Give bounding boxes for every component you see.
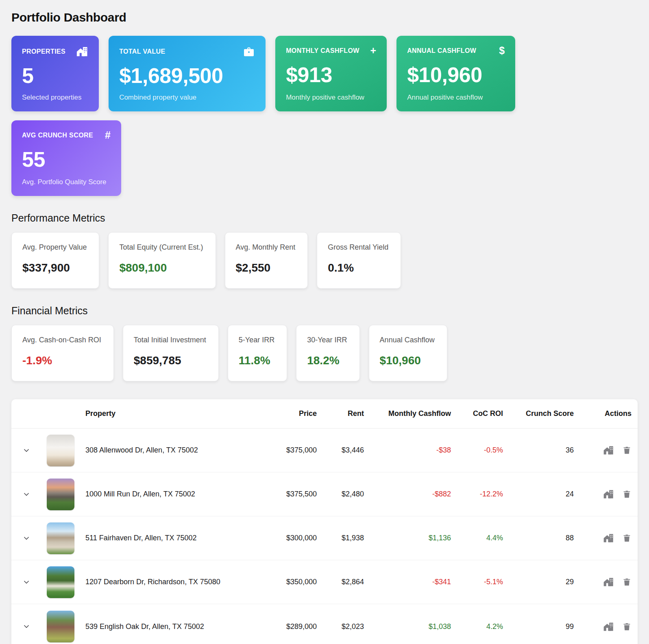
metric-card-total-initial-investment: Total Initial Investment $859,785 — [123, 325, 219, 381]
table-row: 308 Allenwood Dr, Allen, TX 75002 $375,0… — [11, 429, 638, 472]
property-rent: $3,446 — [323, 446, 370, 455]
expand-row-button[interactable] — [21, 533, 32, 544]
delete-property-button[interactable] — [622, 445, 632, 455]
metric-label: Gross Rental Yield — [328, 243, 388, 252]
total-value-card-value: $1,689,500 — [119, 65, 255, 86]
metric-value: $337,900 — [22, 261, 87, 274]
trash-icon — [622, 445, 632, 455]
hash-icon: # — [105, 130, 111, 140]
property-coc-roi: -12.2% — [457, 490, 509, 498]
total-value-card-subtitle: Combined property value — [119, 94, 255, 102]
financial-metrics-heading: Financial Metrics — [11, 305, 638, 317]
property-photo — [47, 435, 74, 466]
view-property-button[interactable] — [603, 445, 614, 456]
metric-label: Annual Cashflow — [380, 336, 435, 344]
expand-row-button[interactable] — [21, 577, 32, 587]
metric-value: $859,785 — [134, 354, 206, 367]
summary-cards-row: PROPERTIES 5 Selected properties TOTAL V… — [11, 36, 638, 111]
properties-table: Property Price Rent Monthly Cashflow CoC… — [11, 399, 638, 644]
performance-metrics-heading: Performance Metrics — [11, 212, 638, 224]
metric-card-5-year-irr: 5-Year IRR 11.8% — [228, 325, 287, 381]
metric-value: $809,100 — [119, 261, 203, 274]
trash-icon — [622, 577, 632, 587]
metric-label: Avg. Cash-on-Cash ROI — [22, 336, 101, 344]
property-address: 308 Allenwood Dr, Allen, TX 75002 — [80, 446, 273, 455]
chevron-down-icon — [22, 446, 30, 455]
trash-icon — [622, 622, 632, 632]
monthly-cashflow-card-label: MONTHLY CASHFLOW — [286, 47, 359, 54]
property-rent: $2,480 — [323, 490, 370, 498]
annual-cashflow-card: ANNUAL CASHFLOW $ $10,960 Annual positiv… — [396, 36, 515, 111]
property-monthly-cashflow: $1,038 — [370, 622, 457, 631]
delete-property-button[interactable] — [622, 489, 632, 499]
property-price: $350,000 — [273, 578, 323, 586]
page-title: Portfolio Dashboard — [11, 11, 638, 24]
property-rent: $2,864 — [323, 578, 370, 586]
property-photo — [47, 479, 74, 510]
table-header-row: Property Price Rent Monthly Cashflow CoC… — [11, 399, 638, 429]
property-photo — [47, 611, 74, 642]
delete-property-button[interactable] — [622, 577, 632, 587]
property-price: $300,000 — [273, 534, 323, 542]
col-header-price: Price — [273, 409, 323, 418]
expand-row-button[interactable] — [21, 445, 32, 456]
metric-card-avg-property-value: Avg. Property Value $337,900 — [11, 232, 99, 289]
avg-crunch-score-card-subtitle: Avg. Portfolio Quality Score — [22, 178, 111, 186]
table-row: 511 Fairhaven Dr, Allen, TX 75002 $300,0… — [11, 516, 638, 560]
property-rent: $1,938 — [323, 534, 370, 542]
annual-cashflow-card-subtitle: Annual positive cashflow — [407, 94, 505, 102]
home-building-icon — [76, 46, 88, 58]
avg-crunch-score-card-label: AVG CRUNCH SCORE — [22, 132, 93, 139]
view-property-button[interactable] — [603, 621, 614, 632]
properties-card: PROPERTIES 5 Selected properties — [11, 36, 99, 111]
home-building-icon — [603, 445, 614, 456]
property-address: 1207 Dearborn Dr, Richardson, TX 75080 — [80, 578, 273, 586]
col-header-actions: Actions — [580, 409, 638, 418]
home-building-icon — [603, 577, 614, 587]
plus-icon: + — [370, 46, 377, 56]
property-price: $375,000 — [273, 446, 323, 455]
metric-label: Avg. Monthly Rent — [236, 243, 296, 252]
expand-row-button[interactable] — [21, 489, 32, 500]
total-value-card: TOTAL VALUE $1,689,500 Combined property… — [109, 36, 266, 111]
property-price: $375,500 — [273, 490, 323, 498]
metric-card-gross-rental-yield: Gross Rental Yield 0.1% — [317, 232, 401, 289]
metric-card-avg-monthly-rent: Avg. Monthly Rent $2,550 — [225, 232, 308, 289]
delete-property-button[interactable] — [622, 622, 632, 632]
metric-card-total-equity: Total Equity (Current Est.) $809,100 — [108, 232, 216, 289]
monthly-cashflow-card-subtitle: Monthly positive cashflow — [286, 94, 376, 102]
total-value-card-label: TOTAL VALUE — [119, 48, 165, 55]
col-header-crunch-score: Crunch Score — [509, 409, 580, 418]
metric-card-avg-coc-roi: Avg. Cash-on-Cash ROI -1.9% — [11, 325, 114, 381]
trash-icon — [622, 533, 632, 543]
property-crunch-score: 29 — [509, 578, 580, 586]
chevron-down-icon — [22, 490, 30, 498]
metric-value: $10,960 — [380, 354, 435, 367]
property-price: $289,000 — [273, 622, 323, 631]
metric-label: 5-Year IRR — [239, 336, 274, 344]
property-crunch-score: 88 — [509, 534, 580, 542]
table-row: 1207 Dearborn Dr, Richardson, TX 75080 $… — [11, 560, 638, 604]
metric-card-annual-cashflow: Annual Cashflow $10,960 — [369, 325, 447, 381]
home-building-icon — [603, 621, 614, 632]
delete-property-button[interactable] — [622, 533, 632, 543]
expand-row-button[interactable] — [21, 621, 32, 632]
property-address: 1000 Mill Run Dr, Allen, TX 75002 — [80, 490, 273, 498]
table-row: 1000 Mill Run Dr, Allen, TX 75002 $375,5… — [11, 472, 638, 516]
chevron-down-icon — [22, 578, 30, 586]
metric-card-30-year-irr: 30-Year IRR 18.2% — [296, 325, 359, 381]
property-coc-roi: -5.1% — [457, 578, 509, 586]
metric-label: Avg. Property Value — [22, 243, 87, 252]
property-monthly-cashflow: $1,136 — [370, 534, 457, 542]
property-rent: $2,023 — [323, 622, 370, 631]
view-property-button[interactable] — [603, 577, 614, 587]
col-header-property: Property — [80, 409, 273, 418]
property-monthly-cashflow: -$882 — [370, 490, 457, 498]
property-photo — [47, 566, 74, 598]
view-property-button[interactable] — [603, 533, 614, 544]
properties-card-subtitle: Selected properties — [22, 94, 88, 102]
properties-card-value: 5 — [22, 65, 88, 86]
property-coc-roi: -0.5% — [457, 446, 509, 455]
view-property-button[interactable] — [603, 489, 614, 500]
chevron-down-icon — [22, 622, 30, 631]
